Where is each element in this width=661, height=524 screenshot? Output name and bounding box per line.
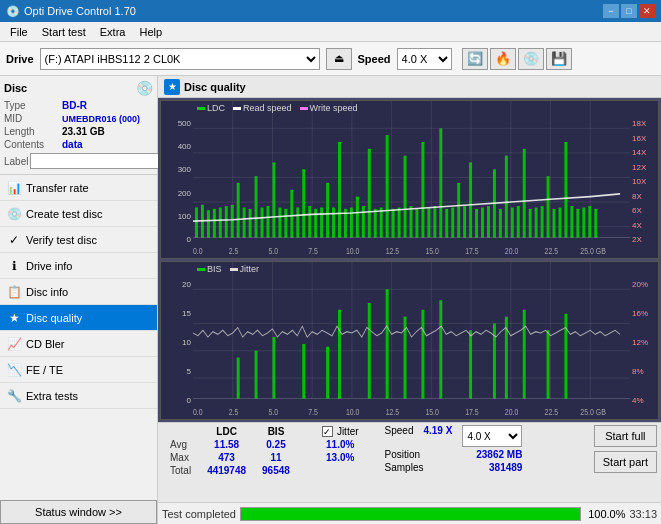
progress-bar-container: [240, 507, 581, 521]
svg-rect-31: [290, 190, 293, 238]
svg-text:22.5: 22.5: [545, 406, 559, 417]
titlebar: 💿 Opti Drive Control 1.70 − □ ✕: [0, 0, 661, 22]
svg-text:25.0 GB: 25.0 GB: [580, 406, 606, 417]
svg-rect-79: [576, 209, 579, 238]
verify-test-disc-icon: ✓: [6, 232, 22, 248]
burn-icon[interactable]: 🔥: [490, 48, 516, 70]
avg-label: Avg: [162, 438, 199, 451]
disc-panel: Disc 💿 Type BD-R MID UMEBDR016 (000) Len…: [0, 76, 157, 175]
bis-legend: BIS Jitter: [197, 264, 259, 274]
maximize-button[interactable]: □: [621, 4, 637, 18]
max-bis: 11: [254, 451, 298, 464]
sidebar-item-cd-bler[interactable]: 📈 CD Bler: [0, 331, 157, 357]
sidebar-item-drive-info[interactable]: ℹ Drive info: [0, 253, 157, 279]
sidebar-item-disc-info[interactable]: 📋 Disc info: [0, 279, 157, 305]
svg-text:17.5: 17.5: [465, 406, 479, 417]
svg-rect-29: [278, 207, 281, 237]
speed-select[interactable]: 4.0 X: [397, 48, 452, 70]
start-full-button[interactable]: Start full: [594, 425, 657, 447]
svg-rect-69: [517, 206, 520, 237]
menu-file[interactable]: File: [4, 24, 34, 40]
sidebar-item-transfer-rate[interactable]: 📊 Transfer rate: [0, 175, 157, 201]
menu-help[interactable]: Help: [133, 24, 168, 40]
svg-rect-49: [398, 207, 401, 237]
bis-header: BIS: [254, 425, 298, 438]
close-button[interactable]: ✕: [639, 4, 655, 18]
drive-select[interactable]: (F:) ATAPI iHBS112 2 CL0K: [40, 48, 320, 70]
sidebar-item-extra-tests[interactable]: 🔧 Extra tests: [0, 383, 157, 409]
bis-legend-jitter: Jitter: [230, 264, 260, 274]
sidebar-item-create-test-disc[interactable]: 💿 Create test disc: [0, 201, 157, 227]
svg-rect-119: [439, 300, 442, 398]
ldc-y-axis-right: 18X 16X 14X 12X 10X 8X 6X 4X 2X: [630, 101, 658, 258]
drivebar: Drive (F:) ATAPI iHBS112 2 CL0K ⏏ Speed …: [0, 42, 661, 76]
svg-rect-37: [326, 183, 329, 238]
svg-rect-76: [558, 207, 561, 237]
nav-items: 📊 Transfer rate 💿 Create test disc ✓ Ver…: [0, 175, 157, 409]
ldc-y-axis-left: 500 400 300 200 100 0: [161, 101, 193, 258]
disc-title: Disc: [4, 82, 27, 94]
start-part-button[interactable]: Start part: [594, 451, 657, 473]
svg-rect-27: [266, 206, 269, 237]
app-title: 💿 Opti Drive Control 1.70: [6, 5, 136, 18]
toolbar-icons: 🔄 🔥 💿 💾: [462, 48, 572, 70]
extra-tests-icon: 🔧: [6, 388, 22, 404]
svg-rect-68: [511, 207, 514, 237]
svg-rect-48: [392, 209, 395, 238]
sidebar-item-verify-test-disc[interactable]: ✓ Verify test disc: [0, 227, 157, 253]
menu-start-test[interactable]: Start test: [36, 24, 92, 40]
speed-dropdown[interactable]: 4.0 X: [462, 425, 522, 447]
label-input[interactable]: [30, 153, 159, 169]
progress-percent: 100.0%: [585, 508, 625, 520]
bis-y-axis-right: 20% 16% 12% 8% 4%: [630, 262, 658, 419]
jitter-checkbox[interactable]: ✓: [322, 426, 333, 437]
eject-button[interactable]: ⏏: [326, 48, 352, 70]
jitter-section: ✓ Jitter: [322, 426, 359, 437]
svg-rect-28: [272, 162, 275, 237]
speed-value: 4.19 X: [423, 425, 452, 447]
svg-rect-47: [386, 135, 389, 237]
speed-label: Speed: [385, 425, 414, 447]
length-value: 23.31 GB: [62, 126, 105, 137]
write-speed-color-dot: [300, 107, 308, 110]
status-window-button[interactable]: Status window >>: [0, 500, 157, 524]
disc-icon[interactable]: 💿: [518, 48, 544, 70]
svg-rect-82: [594, 209, 597, 238]
samples-value: 381489: [489, 462, 522, 473]
svg-rect-25: [255, 176, 258, 237]
create-test-disc-label: Create test disc: [26, 208, 102, 220]
refresh-icon[interactable]: 🔄: [462, 48, 488, 70]
bis-chart: 20 15 10 5 0 BIS Jitter: [160, 261, 659, 420]
stats-bar: LDC BIS ✓ Jitter Avg 11: [158, 422, 661, 502]
svg-text:20.0: 20.0: [505, 406, 519, 417]
svg-rect-78: [570, 206, 573, 237]
svg-rect-53: [421, 142, 424, 238]
extra-tests-label: Extra tests: [26, 390, 78, 402]
mid-label: MID: [4, 113, 62, 124]
progress-label: Test completed: [162, 508, 236, 520]
svg-rect-15: [195, 207, 198, 237]
svg-rect-113: [326, 347, 329, 399]
bis-y-axis-left: 20 15 10 5 0: [161, 262, 193, 419]
svg-text:25.0 GB: 25.0 GB: [580, 245, 606, 256]
svg-rect-73: [541, 206, 544, 237]
disc-type-row: Type BD-R: [4, 100, 153, 111]
svg-text:10.0: 10.0: [346, 245, 360, 256]
sidebar-item-disc-quality[interactable]: ★ Disc quality: [0, 305, 157, 331]
menu-extra[interactable]: Extra: [94, 24, 132, 40]
svg-rect-42: [356, 197, 359, 238]
length-label: Length: [4, 126, 62, 137]
svg-rect-33: [302, 169, 305, 237]
save-icon[interactable]: 💾: [546, 48, 572, 70]
drive-info-icon: ℹ: [6, 258, 22, 274]
svg-rect-18: [213, 209, 216, 238]
svg-text:20.0: 20.0: [505, 245, 519, 256]
title-text: Opti Drive Control 1.70: [24, 5, 136, 17]
svg-rect-46: [380, 207, 383, 237]
svg-rect-109: [237, 358, 240, 399]
svg-rect-35: [314, 209, 317, 238]
minimize-button[interactable]: −: [603, 4, 619, 18]
bis-color-dot: [197, 268, 205, 271]
sidebar-item-fe-te[interactable]: 📉 FE / TE: [0, 357, 157, 383]
position-value: 23862 MB: [476, 449, 522, 460]
